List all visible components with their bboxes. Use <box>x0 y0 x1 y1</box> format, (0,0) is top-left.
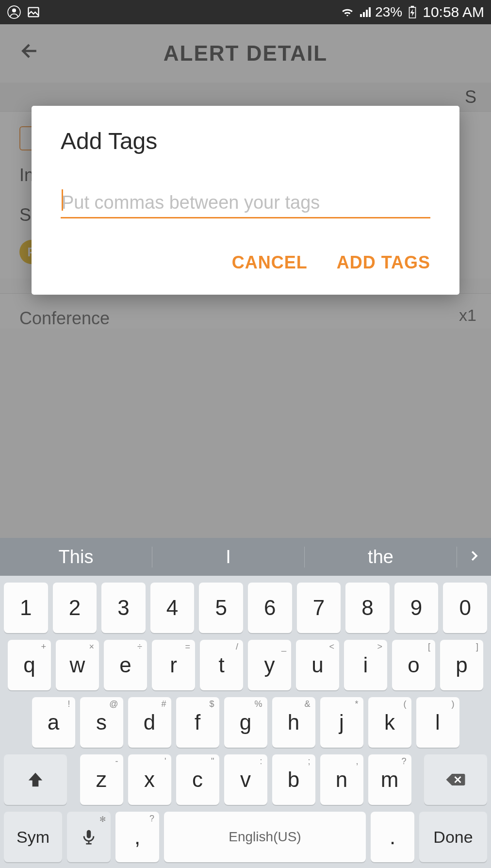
key-row-numbers: 1234567890 <box>4 583 487 633</box>
soft-keyboard: This I the 1234567890 +q×w÷e=r/t_y<u>i[o… <box>0 538 491 868</box>
wifi-icon <box>340 5 355 19</box>
key-2[interactable]: 2 <box>53 583 97 633</box>
key-6[interactable]: 6 <box>248 583 292 633</box>
dialog-title: Add Tags <box>61 128 430 154</box>
dialog-input-wrap <box>61 188 430 218</box>
key-4[interactable]: 4 <box>150 583 195 633</box>
key-b[interactable]: ;b <box>272 754 315 805</box>
key-l[interactable]: )l <box>416 697 459 748</box>
svg-rect-5 <box>87 830 91 838</box>
key-i[interactable]: >i <box>344 640 387 690</box>
key-p[interactable]: ]p <box>440 640 483 690</box>
key-x[interactable]: 'x <box>128 754 171 805</box>
done-key[interactable]: Done <box>419 812 487 862</box>
status-right: 23% 10:58 AM <box>340 4 484 20</box>
key-u[interactable]: <u <box>296 640 339 690</box>
key-8[interactable]: 8 <box>345 583 390 633</box>
key-k[interactable]: (k <box>368 697 411 748</box>
key-j[interactable]: *j <box>320 697 363 748</box>
suggestion-2[interactable]: I <box>152 547 305 568</box>
period-key[interactable]: . <box>371 812 414 862</box>
clock-time: 10:58 AM <box>423 4 484 20</box>
key-v[interactable]: :v <box>224 754 267 805</box>
svg-rect-4 <box>411 6 414 7</box>
key-h[interactable]: &h <box>272 697 315 748</box>
status-bar: 23% 10:58 AM <box>0 0 491 24</box>
svg-point-1 <box>12 8 16 12</box>
key-7[interactable]: 7 <box>297 583 341 633</box>
suggestion-more-icon[interactable] <box>457 547 491 568</box>
text-cursor <box>62 189 63 211</box>
key-r[interactable]: =r <box>152 640 195 690</box>
key-d[interactable]: #d <box>128 697 171 748</box>
suggestion-1[interactable]: This <box>0 547 152 568</box>
key-row-qwerty: +q×w÷e=r/t_y<u>i[o]p <box>4 640 487 690</box>
key-m[interactable]: ?m <box>368 754 411 805</box>
shift-key[interactable] <box>4 754 67 805</box>
signal-icon <box>358 5 372 19</box>
key-row-asdf: !a@s#d$f%g&h*j(k)l <box>4 697 487 748</box>
key-f[interactable]: $f <box>176 697 219 748</box>
key-3[interactable]: 3 <box>101 583 146 633</box>
key-s[interactable]: @s <box>80 697 123 748</box>
key-n[interactable]: ,n <box>320 754 363 805</box>
dialog-actions: CANCEL ADD TAGS <box>61 252 430 273</box>
key-row-bottom: Sym ✻ ? , English(US) . Done <box>4 812 487 862</box>
key-row-zxcv: -z'x"c:v;b,n?m <box>4 754 487 805</box>
mic-key[interactable]: ✻ <box>67 812 111 862</box>
suggestion-3[interactable]: the <box>305 547 457 568</box>
comma-key[interactable]: ? , <box>115 812 159 862</box>
cancel-button[interactable]: CANCEL <box>232 252 308 273</box>
add-tags-dialog: Add Tags CANCEL ADD TAGS <box>32 106 459 295</box>
add-tags-button[interactable]: ADD TAGS <box>337 252 430 273</box>
key-w[interactable]: ×w <box>56 640 99 690</box>
key-q[interactable]: +q <box>8 640 51 690</box>
key-o[interactable]: [o <box>392 640 435 690</box>
space-key[interactable]: English(US) <box>164 812 366 862</box>
key-5[interactable]: 5 <box>199 583 243 633</box>
battery-charging-icon <box>405 5 420 19</box>
key-z[interactable]: -z <box>80 754 123 805</box>
profile-icon <box>7 5 21 19</box>
key-1[interactable]: 1 <box>4 583 48 633</box>
key-e[interactable]: ÷e <box>104 640 147 690</box>
tags-input[interactable] <box>61 188 430 218</box>
suggestion-bar: This I the <box>0 538 491 576</box>
battery-percent: 23% <box>375 4 402 20</box>
key-a[interactable]: !a <box>32 697 75 748</box>
key-t[interactable]: /t <box>200 640 243 690</box>
key-0[interactable]: 0 <box>443 583 487 633</box>
symbols-key[interactable]: Sym <box>4 812 62 862</box>
key-g[interactable]: %g <box>224 697 267 748</box>
key-y[interactable]: _y <box>248 640 291 690</box>
image-icon <box>26 5 41 19</box>
key-9[interactable]: 9 <box>394 583 439 633</box>
status-left <box>7 5 41 19</box>
key-c[interactable]: "c <box>176 754 219 805</box>
backspace-key[interactable] <box>424 754 487 805</box>
